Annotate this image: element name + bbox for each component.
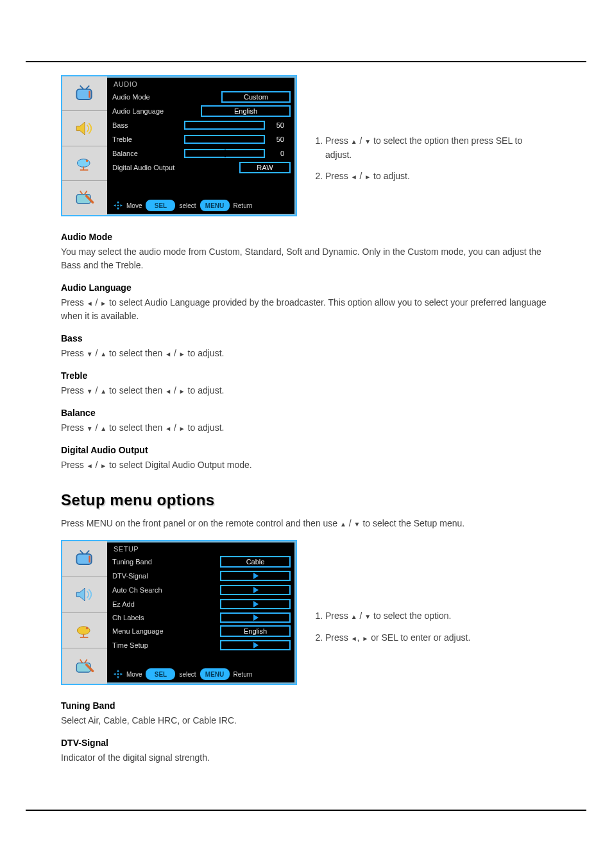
svg-marker-31 xyxy=(114,673,116,675)
def-dtv-signal: DTV-Signal Indicator of the digital sign… xyxy=(61,736,551,765)
svg-marker-30 xyxy=(117,677,119,679)
row-audio-language[interactable]: Audio Language English xyxy=(107,104,296,118)
row-tuning-band[interactable]: Tuning Band Cable xyxy=(107,555,296,569)
setup-osd-header: SETUP xyxy=(107,541,296,555)
arrow-right-icon: ► xyxy=(100,300,106,307)
arrow-right-icon: ► xyxy=(179,351,185,358)
play-arrow-icon xyxy=(253,587,259,593)
l: Audio Mode xyxy=(61,230,551,244)
sidebar-setup-icon xyxy=(62,613,107,649)
osd-sidebar xyxy=(62,541,107,684)
svg-line-27 xyxy=(80,659,83,663)
label-time-setup: Time Setup xyxy=(112,641,184,649)
treble-slider[interactable] xyxy=(184,135,265,144)
arrow-left-icon: ◄ xyxy=(351,634,357,641)
audio-row: AUDIO Audio Mode Custom Audio Language E… xyxy=(61,75,551,216)
footer-select: select xyxy=(179,202,196,209)
arrow-left-icon: ◄ xyxy=(87,300,93,307)
arrow-right-icon: ► xyxy=(179,425,185,432)
balance-slider[interactable] xyxy=(184,149,265,158)
arrow-up-icon: ▲ xyxy=(351,138,357,145)
t: to select the option. xyxy=(371,611,451,621)
svg-line-10 xyxy=(80,191,83,195)
setup-intro: Press MENU on the front panel or on the … xyxy=(61,518,551,528)
t: Press xyxy=(325,171,351,181)
row-menu-language[interactable]: Menu Language English xyxy=(107,624,296,638)
row-dtv-signal[interactable]: DTV-Signal xyxy=(107,569,296,583)
def-audio-language: Audio Language Press ◄ / ► to select Aud… xyxy=(61,281,551,323)
speaker-icon xyxy=(73,119,96,138)
setup-section-title: Setup menu options xyxy=(61,491,551,509)
t: or SEL to enter or adjust. xyxy=(368,632,470,643)
t: You may select the audio mode from Custo… xyxy=(61,247,541,270)
t: Press xyxy=(61,297,87,308)
balance-center-marker xyxy=(225,150,226,157)
row-time-setup[interactable]: Time Setup xyxy=(107,638,296,652)
label-dtv-signal: DTV-Signal xyxy=(112,572,184,580)
l: Treble xyxy=(61,369,551,383)
play-arrow-icon xyxy=(253,614,259,621)
label-bass: Bass xyxy=(112,121,184,129)
arrow-up-icon: ▲ xyxy=(100,388,106,395)
t: to select then xyxy=(106,348,165,358)
row-dao[interactable]: Digital Audio Output RAW xyxy=(107,161,296,175)
sidebar-picture-icon xyxy=(62,76,107,111)
l: Bass xyxy=(61,332,551,345)
row-ch-labels[interactable]: Ch Labels xyxy=(107,611,296,624)
value-audio-language: English xyxy=(201,105,291,117)
sidebar-picture-icon xyxy=(62,541,107,577)
footer-return: Return xyxy=(234,671,253,678)
audio-instructions: Press ▲ / ▼ to select the option then pr… xyxy=(312,75,551,191)
def-balance: Balance Press ▼ / ▲ to select then ◄ / ►… xyxy=(61,406,551,435)
row-audio-mode[interactable]: Audio Mode Custom xyxy=(107,90,296,104)
row-bass[interactable]: Bass 50 xyxy=(107,118,296,132)
label-auto-ch: Auto Ch Search xyxy=(112,586,184,594)
arrow-right-icon: ► xyxy=(100,462,106,469)
svg-rect-3 xyxy=(89,91,90,98)
move-icon xyxy=(112,200,124,211)
svg-point-16 xyxy=(117,205,119,206)
row-ez-add[interactable]: Ez Add xyxy=(107,597,296,611)
arrow-left-icon: ◄ xyxy=(87,462,93,469)
t: to select Audio Language provided by the… xyxy=(61,297,547,321)
setup-osd-main: SETUP Tuning Band Cable DTV-Signal Auto … xyxy=(107,541,296,684)
sidebar-lock-icon xyxy=(62,648,107,684)
label-ez-add: Ez Add xyxy=(112,600,184,608)
row-balance[interactable]: Balance 0 xyxy=(107,146,296,161)
arrow-left-icon: ◄ xyxy=(165,351,171,358)
setup-step-1: Press ▲ / ▼ to select the option. xyxy=(325,609,551,623)
svg-point-25 xyxy=(86,627,89,629)
svg-marker-14 xyxy=(114,204,116,207)
page-content: AUDIO Audio Mode Custom Audio Language E… xyxy=(26,62,586,765)
t: Press xyxy=(61,348,87,358)
sidebar-audio-icon xyxy=(62,111,107,146)
svg-marker-29 xyxy=(117,670,119,672)
value-ez-add xyxy=(220,599,291,609)
footer-return: Return xyxy=(234,202,253,209)
footer-select: select xyxy=(179,671,196,678)
t: to select Digital Audio Output mode. xyxy=(106,460,251,470)
row-auto-ch[interactable]: Auto Ch Search xyxy=(107,583,296,597)
t: to adjust. xyxy=(185,422,225,433)
l: Audio Language xyxy=(61,281,551,295)
value-dao: RAW xyxy=(239,162,291,173)
t: to select the Setup menu. xyxy=(361,518,465,528)
t: Press xyxy=(61,422,87,433)
arrow-down-icon: ▼ xyxy=(354,521,361,528)
label-menu-language: Menu Language xyxy=(112,627,184,635)
balance-value: 0 xyxy=(268,150,284,157)
treble-value: 50 xyxy=(268,135,284,143)
osd-sidebar xyxy=(62,76,107,215)
arrow-down-icon: ▼ xyxy=(87,351,93,358)
arrow-up-icon: ▲ xyxy=(100,351,106,358)
bass-slider[interactable] xyxy=(184,121,265,130)
t: Press xyxy=(325,135,351,146)
setup-osd-panel: SETUP Tuning Band Cable DTV-Signal Auto … xyxy=(61,540,297,685)
arrow-right-icon: ► xyxy=(364,173,371,180)
row-treble[interactable]: Treble 50 xyxy=(107,132,296,146)
sidebar-audio-icon xyxy=(62,577,107,613)
play-arrow-icon xyxy=(253,573,259,579)
t: Press xyxy=(61,460,87,470)
arrow-up-icon: ▲ xyxy=(351,613,357,620)
svg-marker-13 xyxy=(117,208,119,211)
